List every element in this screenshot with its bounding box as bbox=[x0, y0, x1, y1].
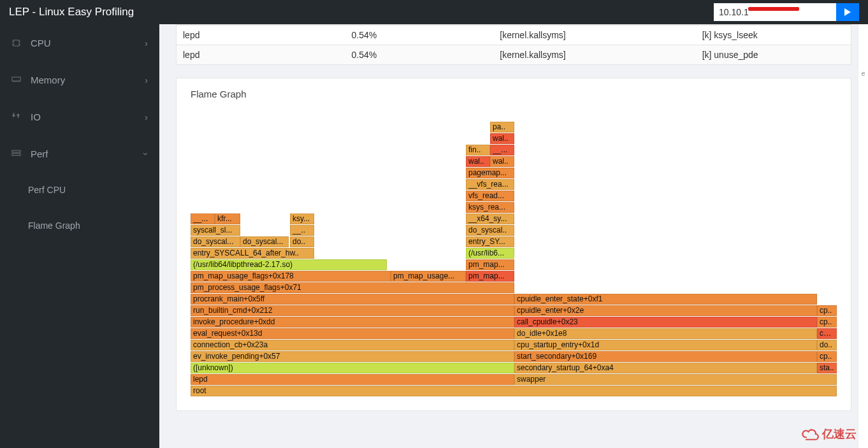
chevron-right-icon: › bbox=[145, 112, 148, 122]
sidebar-subitem-flame-graph[interactable]: Flame Graph bbox=[0, 208, 159, 243]
flame-frame[interactable]: pm_map... bbox=[466, 271, 514, 282]
sidebar-item-perf[interactable]: Perf › bbox=[0, 135, 159, 172]
flame-frame[interactable]: __vfs_rea... bbox=[466, 179, 514, 190]
flame-frame[interactable]: ([unknown]) bbox=[191, 363, 514, 373]
sidebar-subitem-label: Perf CPU bbox=[28, 185, 66, 195]
sidebar-item-io[interactable]: IO › bbox=[0, 98, 159, 135]
flame-frame[interactable]: ksy... bbox=[290, 213, 314, 224]
flame-frame[interactable]: wal.. bbox=[490, 156, 514, 167]
sidebar-item-label: Perf bbox=[31, 148, 145, 159]
flame-frame[interactable]: __... bbox=[191, 213, 215, 224]
flame-frame[interactable]: procrank_main+0x5ff bbox=[191, 294, 514, 305]
flame-frame[interactable]: ev_invoke_pending+0x57 bbox=[191, 351, 514, 362]
flame-frame[interactable]: entry_SY... bbox=[466, 236, 514, 247]
flame-frame[interactable]: do_syscal... bbox=[240, 236, 289, 247]
chevron-down-icon: › bbox=[141, 152, 152, 155]
cell-symbol: [k] ksys_lseek bbox=[696, 25, 851, 45]
flame-frame[interactable]: __.. bbox=[290, 225, 314, 236]
flame-frame[interactable]: pm_map_usage... bbox=[391, 271, 466, 282]
flame-frame[interactable]: cpuidle_enter_state+0xf1 bbox=[514, 294, 817, 305]
flame-frame[interactable]: do_syscal.. bbox=[466, 225, 514, 236]
flame-frame[interactable]: kfr... bbox=[215, 213, 240, 224]
flame-frame[interactable]: cp.. bbox=[817, 317, 837, 328]
watermark-icon bbox=[802, 425, 820, 443]
header: LEP - Linux Easy Profiling bbox=[0, 0, 868, 24]
flame-frame[interactable]: fin.. bbox=[466, 145, 490, 155]
flame-frame[interactable]: syscall_sl... bbox=[191, 225, 240, 236]
watermark-text: 亿速云 bbox=[822, 426, 857, 442]
cpu-icon bbox=[11, 38, 24, 48]
flame-graph-panel: Flame Graph rootlepdswapper([unknown])se… bbox=[176, 78, 851, 411]
flame-frame[interactable]: invoke_procedure+0xdd bbox=[191, 317, 514, 328]
flame-graph[interactable]: rootlepdswapper([unknown])secondary_star… bbox=[191, 119, 837, 396]
flame-frame[interactable]: sta.. bbox=[817, 363, 837, 373]
memory-icon bbox=[11, 76, 24, 83]
perf-table-panel: lepd 0.54% [kernel.kallsyms] [k] ksys_ls… bbox=[176, 24, 851, 65]
redact-stripe bbox=[748, 7, 799, 11]
flame-frame[interactable]: vfs_read... bbox=[466, 191, 514, 201]
cell-command: lepd bbox=[177, 25, 345, 45]
svg-rect-11 bbox=[12, 150, 20, 152]
io-icon bbox=[11, 113, 24, 120]
flame-frame[interactable]: cp.. bbox=[817, 351, 837, 362]
table-row: lepd 0.54% [kernel.kallsyms] [k] unuse_p… bbox=[177, 45, 851, 65]
flame-frame[interactable]: pm_process_usage_flags+0x71 bbox=[191, 282, 514, 293]
flame-frame[interactable]: do.. bbox=[817, 340, 837, 350]
chevron-right-icon: › bbox=[145, 38, 148, 48]
flame-frame[interactable]: cp.. bbox=[817, 305, 837, 316]
flame-frame[interactable]: do_idle+0x1e8 bbox=[514, 328, 817, 339]
sidebar-item-memory[interactable]: Memory › bbox=[0, 61, 159, 98]
flame-frame[interactable]: eval_request+0x13d bbox=[191, 328, 514, 339]
rightbar-char: e bbox=[858, 70, 868, 77]
flame-frame[interactable]: wal.. bbox=[466, 156, 490, 167]
flame-frame[interactable]: pm_map... bbox=[466, 259, 514, 270]
chevron-right-icon: › bbox=[145, 75, 148, 85]
sidebar-item-cpu[interactable]: CPU › bbox=[0, 24, 159, 61]
flame-frame[interactable]: pm_map_usage_flags+0x178 bbox=[191, 271, 391, 282]
cell-object: [kernel.kallsyms] bbox=[493, 25, 695, 45]
cell-percent: 0.54% bbox=[345, 45, 494, 65]
flame-frame[interactable]: __x64_sy... bbox=[466, 213, 514, 224]
flame-frame[interactable]: lepd bbox=[191, 374, 514, 385]
flame-frame[interactable]: call_cpuidle+0x23 bbox=[514, 317, 817, 328]
play-button[interactable] bbox=[836, 3, 859, 21]
cell-object: [kernel.kallsyms] bbox=[493, 45, 695, 65]
watermark: 亿速云 bbox=[802, 425, 857, 443]
svg-marker-0 bbox=[844, 8, 851, 16]
flame-frame[interactable]: cpu_startup_entry+0x1d bbox=[514, 340, 817, 350]
panel-title: Flame Graph bbox=[177, 78, 851, 106]
cell-command: lepd bbox=[177, 45, 345, 65]
ip-input[interactable] bbox=[714, 3, 836, 21]
perf-icon bbox=[11, 149, 24, 159]
sidebar-item-label: IO bbox=[31, 112, 145, 122]
sidebar-subitem-perf-cpu[interactable]: Perf CPU bbox=[0, 172, 159, 208]
flame-frame[interactable]: cpuidle_enter+0x2e bbox=[514, 305, 817, 316]
flame-frame[interactable]: (/usr/lib6... bbox=[466, 248, 514, 259]
flame-frame[interactable]: secondary_startup_64+0xa4 bbox=[514, 363, 817, 373]
flame-frame[interactable]: ksys_rea... bbox=[466, 202, 514, 213]
flame-frame[interactable]: connection_cb+0x23a bbox=[191, 340, 514, 350]
perf-table: lepd 0.54% [kernel.kallsyms] [k] ksys_ls… bbox=[177, 25, 851, 64]
sidebar-item-label: Memory bbox=[31, 75, 145, 85]
flame-frame[interactable]: wal.. bbox=[490, 133, 514, 144]
flame-frame[interactable]: __... bbox=[490, 145, 514, 155]
flame-frame[interactable]: start_secondary+0x169 bbox=[514, 351, 817, 362]
table-row: lepd 0.54% [kernel.kallsyms] [k] ksys_ls… bbox=[177, 25, 851, 45]
play-icon bbox=[844, 8, 851, 16]
main: lepd 0.54% [kernel.kallsyms] [k] ksys_ls… bbox=[159, 24, 868, 448]
flame-frame[interactable]: run_builtin_cmd+0x212 bbox=[191, 305, 514, 316]
flame-frame[interactable]: swapper bbox=[514, 374, 837, 385]
svg-rect-12 bbox=[12, 154, 20, 155]
flame-frame[interactable]: entry_SYSCALL_64_after_hw.. bbox=[191, 248, 314, 259]
flame-frame[interactable]: root bbox=[191, 386, 837, 396]
cell-percent: 0.54% bbox=[345, 25, 494, 45]
flame-frame[interactable]: (/usr/lib64/libpthread-2.17.so) bbox=[191, 259, 387, 270]
flame-frame[interactable]: pa.. bbox=[490, 122, 514, 133]
flame-frame[interactable]: do_syscal... bbox=[191, 236, 240, 247]
right-sidebar: e bbox=[858, 24, 868, 448]
sidebar-item-label: CPU bbox=[31, 38, 145, 48]
svg-rect-1 bbox=[13, 40, 19, 46]
flame-frame[interactable]: call.. bbox=[817, 328, 837, 339]
flame-frame[interactable]: do.. bbox=[290, 236, 314, 247]
flame-frame[interactable]: pagemap... bbox=[466, 168, 514, 178]
